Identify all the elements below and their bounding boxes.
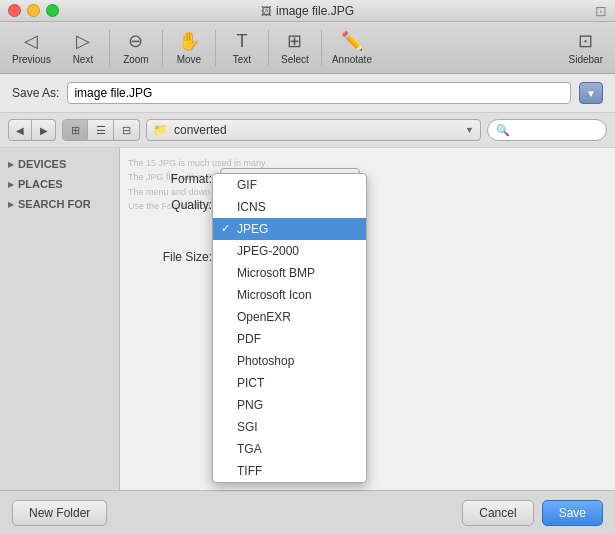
search-icon: 🔍: [496, 124, 510, 137]
previous-button[interactable]: ◁ Previous: [4, 25, 59, 71]
dropdown-item-icon[interactable]: Microsoft Icon: [213, 284, 366, 306]
zoom-icon: ⊖: [128, 30, 143, 52]
close-button[interactable]: [8, 4, 21, 17]
sidebar: ▶ DEVICES ▶ PLACES ▶ SEARCH FOR: [0, 148, 120, 492]
cancel-button[interactable]: Cancel: [462, 500, 533, 526]
dropdown-item-tiff[interactable]: TIFF: [213, 460, 366, 482]
dropdown-item-icns[interactable]: ICNS: [213, 196, 366, 218]
dropdown-item-sgi[interactable]: SGI: [213, 416, 366, 438]
maximize-button[interactable]: [46, 4, 59, 17]
directory-down-button[interactable]: ▼: [579, 82, 603, 104]
next-button[interactable]: ▷ Next: [59, 25, 107, 71]
dropdown-item-photoshop[interactable]: Photoshop: [213, 350, 366, 372]
zoom-button[interactable]: ⊖ Zoom: [112, 25, 160, 71]
text-icon: T: [236, 31, 247, 52]
format-dropdown-menu[interactable]: GIF ICNS ✓JPEG JPEG-2000 Microsoft BMP M…: [212, 173, 367, 483]
save-as-input[interactable]: [67, 82, 571, 104]
toolbar-divider-1: [109, 30, 110, 66]
bottom-right: Cancel Save: [462, 500, 603, 526]
annotate-icon: ✏️: [341, 30, 363, 52]
toolbar-divider-5: [321, 30, 322, 66]
dropdown-item-png[interactable]: PNG: [213, 394, 366, 416]
devices-arrow: ▶: [8, 160, 14, 169]
nav-bar: ◀ ▶ ⊞ ☰ ⊟ 📁 converted ▼ 🔍: [0, 113, 615, 148]
move-icon: ✋: [178, 30, 200, 52]
save-as-bar: Save As: ▼: [0, 74, 615, 113]
list-view-button[interactable]: ☰: [88, 119, 114, 141]
toolbar-divider-3: [215, 30, 216, 66]
dropdown-item-tga[interactable]: TGA: [213, 438, 366, 460]
sidebar-button[interactable]: ⊡ Sidebar: [561, 25, 611, 71]
bottom-bar: New Folder Cancel Save: [0, 490, 615, 534]
dropdown-item-pict[interactable]: PICT: [213, 372, 366, 394]
save-button[interactable]: Save: [542, 500, 603, 526]
view-buttons: ⊞ ☰ ⊟: [62, 119, 140, 141]
check-mark: ✓: [221, 222, 230, 235]
sidebar-item-devices[interactable]: ▶ DEVICES: [0, 154, 119, 174]
main-area: ▶ DEVICES ▶ PLACES ▶ SEARCH FOR The 15 J…: [0, 148, 615, 492]
sidebar-icon: ⊡: [578, 30, 593, 52]
file-area: The 15 JPG is much used in many The JPG …: [120, 148, 615, 492]
toolbar-divider-4: [268, 30, 269, 66]
document-icon: 🖼: [261, 5, 272, 17]
nav-arrows[interactable]: ◀ ▶: [8, 119, 56, 141]
next-icon: ▷: [76, 30, 90, 52]
toolbar: ◁ Previous ▷ Next ⊖ Zoom ✋ Move T Text ⊞…: [0, 22, 615, 74]
filesize-label: File Size:: [132, 250, 212, 264]
window-title: 🖼 image file.JPG: [261, 4, 354, 18]
search-input[interactable]: [514, 124, 598, 136]
dropdown-menu-box: GIF ICNS ✓JPEG JPEG-2000 Microsoft BMP M…: [212, 173, 367, 483]
sidebar-item-search[interactable]: ▶ SEARCH FOR: [0, 194, 119, 214]
devices-label: DEVICES: [18, 158, 66, 170]
annotate-button[interactable]: ✏️ Annotate: [324, 25, 380, 71]
dropdown-item-jpeg2000[interactable]: JPEG-2000: [213, 240, 366, 262]
back-arrow[interactable]: ◀: [8, 119, 32, 141]
format-label: Format:: [132, 172, 212, 186]
column-view-button[interactable]: ⊟: [114, 119, 140, 141]
sidebar-item-places[interactable]: ▶ PLACES: [0, 174, 119, 194]
dropdown-item-pdf[interactable]: PDF: [213, 328, 366, 350]
move-button[interactable]: ✋ Move: [165, 25, 213, 71]
save-as-label: Save As:: [12, 86, 59, 100]
toolbar-divider-2: [162, 30, 163, 66]
previous-icon: ◁: [24, 30, 38, 52]
dropdown-item-bmp[interactable]: Microsoft BMP: [213, 262, 366, 284]
places-arrow: ▶: [8, 180, 14, 189]
format-section: Format: JPEG ▼ Quality: Best File: [120, 164, 615, 268]
resize-icon: ⊡: [595, 3, 607, 19]
search-arrow: ▶: [8, 200, 14, 209]
format-row: Format: JPEG ▼: [120, 164, 615, 194]
select-button[interactable]: ⊞ Select: [271, 25, 319, 71]
quality-row: Quality: Best: [120, 194, 615, 216]
window-controls[interactable]: [8, 4, 59, 17]
search-label: SEARCH FOR: [18, 198, 91, 210]
folder-dropdown-arrow: ▼: [465, 125, 474, 135]
folder-icon: 📁: [153, 123, 168, 137]
select-icon: ⊞: [287, 30, 302, 52]
new-folder-button[interactable]: New Folder: [12, 500, 107, 526]
quality-label: Quality:: [132, 198, 212, 212]
minimize-button[interactable]: [27, 4, 40, 17]
dropdown-item-openexr[interactable]: OpenEXR: [213, 306, 366, 328]
search-box[interactable]: 🔍: [487, 119, 607, 141]
places-label: PLACES: [18, 178, 63, 190]
forward-arrow[interactable]: ▶: [32, 119, 56, 141]
bottom-left: New Folder: [12, 500, 107, 526]
dropdown-item-jpeg[interactable]: ✓JPEG: [213, 218, 366, 240]
text-button[interactable]: T Text: [218, 25, 266, 71]
title-bar: 🖼 image file.JPG ⊡: [0, 0, 615, 22]
dropdown-item-gif[interactable]: GIF: [213, 174, 366, 196]
icon-view-button[interactable]: ⊞: [62, 119, 88, 141]
folder-select[interactable]: 📁 converted ▼: [146, 119, 481, 141]
filesize-row: File Size:: [120, 246, 615, 268]
preview-area: The 15 JPG is much used in many The JPG …: [120, 148, 615, 492]
